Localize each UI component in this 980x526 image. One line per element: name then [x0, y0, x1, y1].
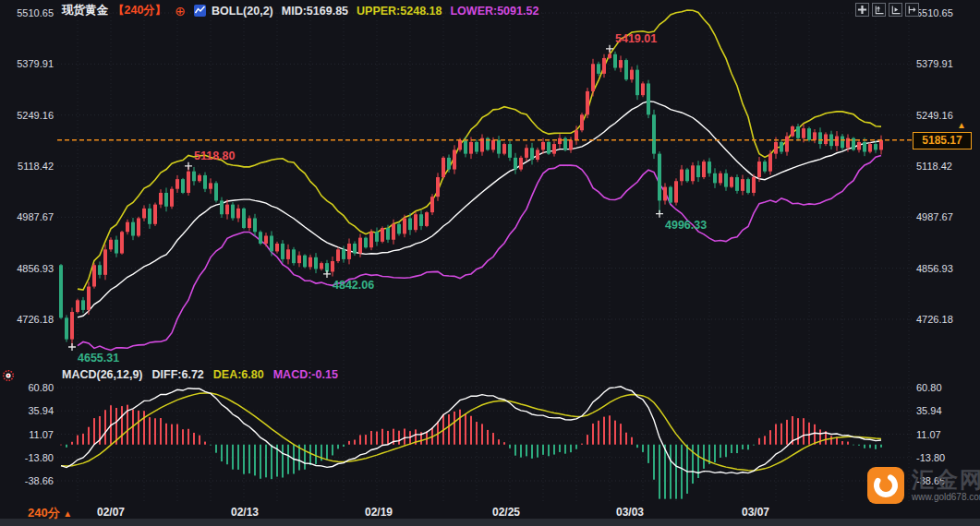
chart-header: 现货黄金 【240分】 ⊕ BOLL(20,2) MID:5169.85 UPP…: [62, 3, 538, 18]
kline-chart-icon: [194, 5, 206, 17]
chart-toolbar: [855, 3, 919, 17]
svg-text:4655.31: 4655.31: [78, 352, 119, 365]
timeframe-footer-arrow-icon: ▲: [63, 508, 72, 519]
crosshair-move-icon[interactable]: [855, 3, 869, 17]
site-logo-text: 汇金网: [912, 469, 980, 491]
indicator-settings-icon[interactable]: [2, 369, 15, 382]
add-indicator-icon[interactable]: ⊕: [175, 4, 186, 18]
svg-text:5419.01: 5419.01: [615, 32, 657, 45]
timeframe-footer-button[interactable]: 240分 ▲: [28, 505, 72, 521]
macd-header: MACD(26,12,9) DIFF:6.72 DEA:6.80 MACD:-0…: [62, 368, 338, 381]
current-price-tag: 5185.17: [913, 132, 972, 149]
macd-indicator-label: MACD(26,12,9): [62, 368, 143, 381]
symbol-name: 现货黄金: [62, 3, 108, 18]
boll-mid-value: MID:5169.85: [282, 5, 348, 18]
macd-dea-value: DEA:6.80: [213, 368, 264, 381]
macd-macd-value: MACD:-0.15: [273, 368, 338, 381]
site-logo: 汇金网 www.gold678.com: [866, 466, 980, 505]
site-logo-url: www.gold678.com: [912, 492, 980, 502]
boll-upper-value: UPPER:5248.18: [357, 5, 442, 18]
axis-scale-icon[interactable]: [872, 3, 886, 17]
svg-text:4996.33: 4996.33: [665, 219, 707, 232]
axis-run-icon[interactable]: [889, 3, 902, 17]
macd-diff-value: DIFF:6.72: [152, 368, 204, 381]
chart-app-window: 4655.315118.804842.065419.014996.33 现货黄金…: [0, 0, 980, 526]
timeframe-footer-label: 240分: [28, 506, 60, 520]
horizontal-scrollbar[interactable]: [0, 519, 980, 526]
boll-indicator-label: BOLL(20,2): [212, 5, 273, 18]
price-chart-canvas[interactable]: 4655.315118.804842.065419.014996.33: [0, 0, 980, 526]
axis-shift-icon[interactable]: [905, 3, 919, 17]
timeframe-label[interactable]: 【240分】: [113, 3, 166, 18]
price-up-arrow-icon: ▲: [957, 120, 966, 130]
svg-text:4842.06: 4842.06: [333, 279, 374, 292]
svg-text:5118.80: 5118.80: [194, 149, 236, 162]
huijin-logo-icon: [866, 466, 905, 505]
boll-lower-value: LOWER:5091.52: [450, 5, 538, 18]
